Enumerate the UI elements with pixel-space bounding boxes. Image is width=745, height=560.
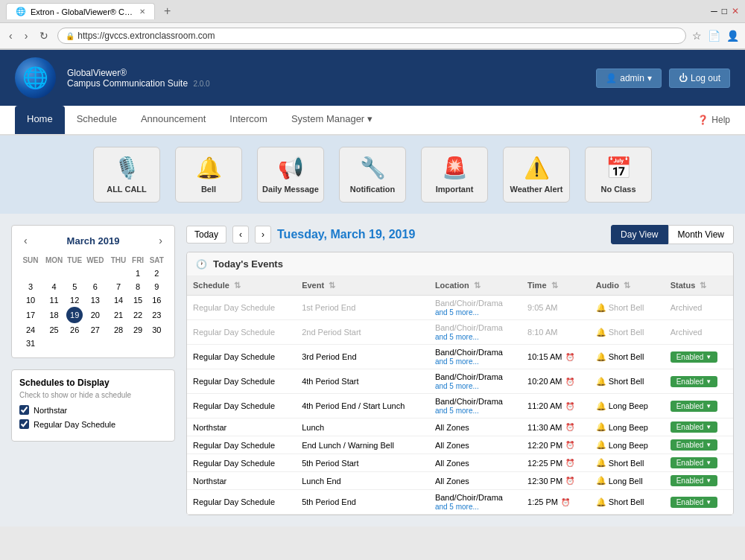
time-icon: ⏰ xyxy=(565,353,574,361)
status-enabled-badge[interactable]: Enabled xyxy=(670,475,718,486)
help-link[interactable]: ❓ Help xyxy=(697,115,730,125)
next-date-button[interactable]: › xyxy=(255,226,271,244)
cell-schedule-9: Regular Day Schedule xyxy=(187,490,296,515)
location-more-link[interactable]: and 5 more... xyxy=(435,308,479,316)
location-more-link[interactable]: and 5 more... xyxy=(435,382,479,390)
calendar-day[interactable]: 28 xyxy=(107,323,129,337)
cell-event-2: 3rd Period End xyxy=(296,345,429,369)
col-audio[interactable]: Audio ⇅ xyxy=(590,276,665,296)
calendar-day[interactable]: 18 xyxy=(42,307,66,323)
maximize-icon[interactable]: □ xyxy=(722,6,727,16)
schedule-checkbox-northstar[interactable] xyxy=(19,405,29,415)
admin-button[interactable]: 👤 admin ▾ xyxy=(596,69,662,88)
calendar-day[interactable]: 12 xyxy=(66,293,83,307)
cell-audio-8: 🔔 Long Bell xyxy=(590,472,665,490)
calendar-day[interactable]: 20 xyxy=(83,307,107,323)
globe-icon: 🌐 xyxy=(15,57,56,98)
location-more-link[interactable]: and 5 more... xyxy=(435,407,479,415)
prev-date-button[interactable]: ‹ xyxy=(232,226,249,244)
calendar-day[interactable]: 8 xyxy=(130,280,147,293)
calendar-prev-button[interactable]: ‹ xyxy=(19,233,32,248)
tab-close-button[interactable]: ✕ xyxy=(139,7,145,16)
calendar-day[interactable]: 7 xyxy=(107,280,129,293)
col-event[interactable]: Event ⇅ xyxy=(296,276,429,296)
forward-button[interactable]: › xyxy=(22,28,31,43)
all-call-button[interactable]: 🎙️ ALL CALL xyxy=(93,147,160,203)
pdf-icon[interactable]: 📄 xyxy=(708,30,720,42)
status-enabled-badge[interactable]: Enabled xyxy=(670,497,718,508)
brand-subtitle-text: Campus Communication Suite xyxy=(67,78,188,89)
status-enabled-badge[interactable]: Enabled xyxy=(670,351,718,363)
calendar-day[interactable]: 30 xyxy=(147,323,167,337)
calendar-day[interactable]: 11 xyxy=(42,293,66,307)
calendar-day[interactable]: 27 xyxy=(83,323,107,337)
col-schedule[interactable]: Schedule ⇅ xyxy=(187,276,296,296)
time-icon: ⏰ xyxy=(565,459,574,467)
status-enabled-badge[interactable]: Enabled xyxy=(670,457,718,468)
nav-tab-system-manager[interactable]: System Manager ▾ xyxy=(279,106,384,134)
account-icon[interactable]: 👤 xyxy=(726,30,739,42)
nav-tab-home[interactable]: Home xyxy=(15,106,65,134)
status-enabled-badge[interactable]: Enabled xyxy=(670,421,718,433)
time-icon: ⏰ xyxy=(565,441,574,449)
cell-schedule-2: Regular Day Schedule xyxy=(187,345,296,369)
calendar-day[interactable]: 15 xyxy=(130,293,147,307)
calendar-day[interactable]: 6 xyxy=(83,280,107,293)
calendar-day[interactable]: 26 xyxy=(66,323,83,337)
calendar-next-button[interactable]: › xyxy=(154,233,167,248)
no-class-button[interactable]: 📅 No Class xyxy=(585,147,652,203)
schedule-checkbox-regular[interactable] xyxy=(19,419,29,429)
calendar-day[interactable]: 17 xyxy=(19,307,42,323)
calendar-day[interactable]: 25 xyxy=(42,323,66,337)
close-icon[interactable]: ✕ xyxy=(732,6,739,16)
daily-message-button[interactable]: 📢 Daily Message xyxy=(257,147,324,203)
calendar-day[interactable]: 19 xyxy=(66,307,83,323)
calendar-day[interactable]: 16 xyxy=(147,293,167,307)
calendar-day[interactable]: 21 xyxy=(107,307,129,323)
bookmark-icon[interactable]: ☆ xyxy=(692,30,702,42)
calendar-day[interactable]: 4 xyxy=(42,280,66,293)
minimize-icon[interactable]: ─ xyxy=(711,6,717,16)
calendar-day[interactable]: 5 xyxy=(66,280,83,293)
back-button[interactable]: ‹ xyxy=(6,28,16,43)
location-more-link[interactable]: and 5 more... xyxy=(435,357,479,366)
calendar-day[interactable]: 24 xyxy=(19,323,42,337)
month-view-button[interactable]: Month View xyxy=(668,225,734,244)
today-button[interactable]: Today xyxy=(186,226,226,244)
weather-alert-button[interactable]: ⚠️ Weather Alert xyxy=(503,147,570,203)
logout-button[interactable]: ⏻ Log out xyxy=(669,69,730,88)
location-more-link[interactable]: and 5 more... xyxy=(435,503,479,511)
day-view-button[interactable]: Day View xyxy=(611,225,668,244)
calendar-day[interactable]: 23 xyxy=(147,307,167,323)
table-row: Regular Day Schedule 1st Period End Band… xyxy=(187,296,733,320)
table-row: Regular Day Schedule End Lunch / Warning… xyxy=(187,436,733,454)
bell-button[interactable]: 🔔 Bell xyxy=(175,147,242,203)
notification-button[interactable]: 🔧 Notification xyxy=(339,147,406,203)
col-location[interactable]: Location ⇅ xyxy=(429,276,522,296)
calendar-day[interactable]: 13 xyxy=(83,293,107,307)
status-enabled-badge[interactable]: Enabled xyxy=(670,439,718,451)
col-status[interactable]: Status ⇅ xyxy=(665,276,733,296)
browser-tab[interactable]: 🌐 Extron - GlobalViewer® Campus C... ✕ xyxy=(6,3,155,19)
col-time[interactable]: Time ⇅ xyxy=(522,276,590,296)
calendar-day[interactable]: 9 xyxy=(147,280,167,293)
status-enabled-badge[interactable]: Enabled xyxy=(670,376,718,387)
nav-tab-announcement[interactable]: Announcement xyxy=(129,106,218,134)
nav-tab-intercom[interactable]: Intercom xyxy=(218,106,279,134)
location-more-link[interactable]: and 5 more... xyxy=(435,333,479,341)
nav-tab-schedule[interactable]: Schedule xyxy=(65,106,129,134)
address-bar[interactable]: 🔒 https://gvccs.extronclassroom.com xyxy=(57,28,686,44)
status-enabled-badge[interactable]: Enabled xyxy=(670,401,718,412)
important-button[interactable]: 🚨 Important xyxy=(421,147,488,203)
calendar-day[interactable]: 10 xyxy=(19,293,42,307)
calendar-day[interactable]: 2 xyxy=(147,267,167,280)
calendar-day[interactable]: 3 xyxy=(19,280,42,293)
audio-bell-icon: 🔔 xyxy=(596,476,606,486)
new-tab-button[interactable]: + xyxy=(159,3,175,19)
calendar-day[interactable]: 1 xyxy=(130,267,147,280)
calendar-day[interactable]: 31 xyxy=(19,337,42,350)
reload-button[interactable]: ↻ xyxy=(37,28,51,43)
calendar-day[interactable]: 14 xyxy=(107,293,129,307)
calendar-day[interactable]: 29 xyxy=(130,323,147,337)
calendar-day[interactable]: 22 xyxy=(130,307,147,323)
